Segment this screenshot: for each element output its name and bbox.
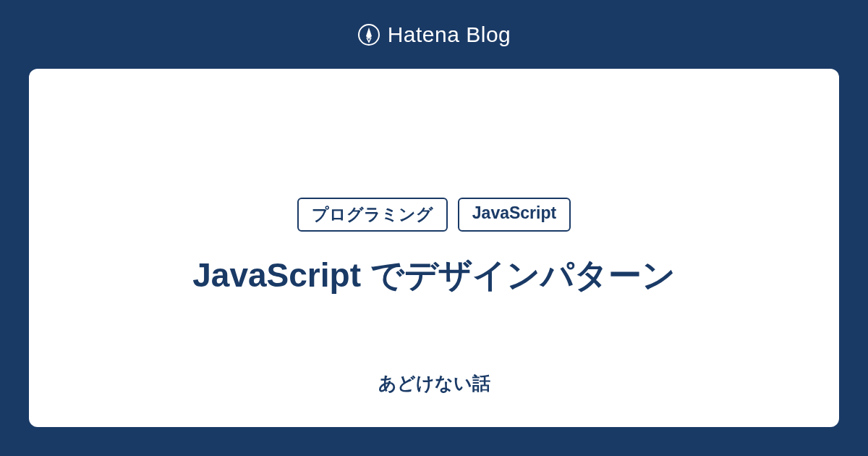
header: Hatena Blog bbox=[0, 0, 868, 69]
brand-text: Hatena Blog bbox=[388, 22, 511, 47]
tag[interactable]: プログラミング bbox=[297, 198, 448, 232]
article-title: JavaScript でデザインパターン bbox=[192, 252, 675, 298]
hatena-pen-icon bbox=[357, 23, 380, 46]
blog-name: あどけない話 bbox=[378, 371, 490, 395]
tag-list: プログラミング JavaScript bbox=[297, 198, 571, 232]
article-card: プログラミング JavaScript JavaScript でデザインパターン … bbox=[29, 69, 839, 427]
tag[interactable]: JavaScript bbox=[458, 198, 571, 232]
